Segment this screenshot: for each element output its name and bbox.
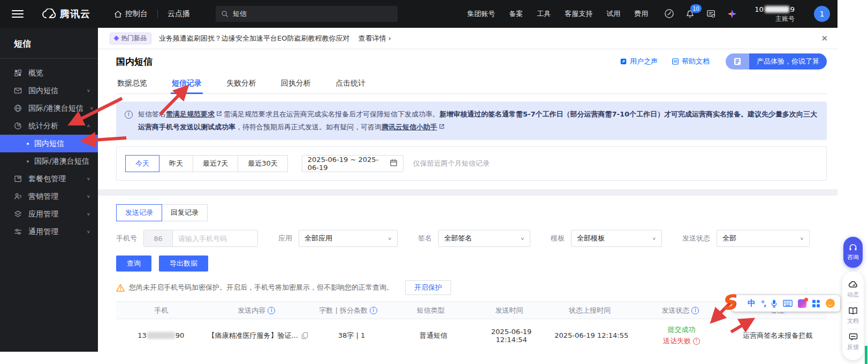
status-delivery-failed: 送达失败 ! [636, 336, 727, 346]
support-menu[interactable]: 客服支持 [565, 9, 592, 19]
info-icon[interactable]: i [691, 307, 699, 314]
sidebar-item-general-mgmt[interactable]: 通用管理 ∨ [0, 223, 98, 241]
tools-menu[interactable]: 工具 [537, 9, 551, 19]
signature-select[interactable]: 全部签名 ∨ [438, 230, 530, 247]
content-cell: 【痛康精准医疗服务】验证... [205, 331, 310, 340]
trial-menu[interactable]: 试用 [606, 9, 620, 19]
console-nav[interactable]: 控制台 [114, 9, 148, 19]
keyboard-icon[interactable] [783, 300, 793, 307]
sidebar-item-domestic-sms[interactable]: 国内短信 ∨ [0, 82, 98, 99]
date-7days-button[interactable]: 最近7天 [193, 155, 238, 172]
tab-failure-analysis[interactable]: 失败分析 [225, 74, 257, 94]
reply-records-tab[interactable]: 回复记录 [162, 204, 208, 221]
cloud-news-icon [848, 281, 858, 289]
user-voice-label: 用户之声 [630, 57, 658, 66]
feedback-tool[interactable]: 反馈 [847, 329, 859, 355]
icp-menu[interactable]: 备案 [509, 9, 523, 19]
sparkle-icon[interactable] [727, 9, 737, 19]
vod-nav[interactable]: 云点播 [167, 9, 190, 19]
consult-button[interactable]: 咨询 [843, 237, 863, 268]
spec-requirement-link[interactable]: 需满足规范要求 [166, 110, 215, 118]
group-account-menu[interactable]: 集团账号 [467, 9, 495, 19]
date-30days-button[interactable]: 最近30天 [238, 155, 288, 172]
head-links: 用户之声 帮助文档 产品体验，你说了算 [620, 53, 827, 69]
export-button[interactable]: 导出数据 [159, 255, 208, 272]
bell-icon[interactable]: 10 [685, 9, 695, 19]
date-yesterday-button[interactable]: 昨天 [159, 155, 193, 172]
help-doc-link[interactable]: 帮助文档 [672, 57, 710, 66]
docs-tool[interactable]: 文档 [847, 303, 859, 329]
country-code-prefix[interactable]: 86 [144, 230, 173, 246]
ime-emoji-icon[interactable] [826, 299, 835, 308]
sidebar-item-app-mgmt[interactable]: 应用管理 ∨ [0, 205, 98, 223]
phone-number-input[interactable] [173, 230, 257, 246]
doc-gear-icon[interactable] [706, 9, 716, 19]
user-voice-link[interactable]: 用户之声 [620, 57, 658, 66]
ime-toolbar[interactable]: S 中 °, [732, 295, 840, 312]
send-status-label: 发送状态 [682, 234, 710, 243]
sidebar-item-intl-sms[interactable]: 国际/港澳台短信 ∨ [0, 99, 98, 117]
ime-punctuation-icon[interactable]: °, [761, 299, 765, 308]
banner-detail-link[interactable]: 查看详情 › [358, 34, 391, 43]
tab-sms-records[interactable]: 短信记录 [171, 74, 203, 94]
avatar[interactable]: 1 [814, 6, 830, 22]
tencent-cloud-logo[interactable]: 腾讯云 [42, 7, 90, 20]
news-tool[interactable]: 动态 [847, 277, 859, 303]
template-select[interactable]: 全部模板 ∨ [571, 230, 662, 247]
status-submitted: 提交成功 [636, 325, 727, 335]
ime-skin-icon[interactable] [798, 299, 806, 308]
tab-receipt-analysis[interactable]: 回执分析 [280, 74, 312, 94]
globe-icon [14, 104, 22, 112]
sms-assistant-link[interactable]: 腾讯云短信小助手 [382, 123, 437, 131]
query-button[interactable]: 查询 [116, 255, 151, 272]
sidebar-item-overview[interactable]: 概览 [0, 64, 98, 82]
section-gap [98, 189, 837, 196]
sidebar-item-label: 营销管理 [28, 192, 58, 202]
sogou-logo-icon[interactable]: S [720, 290, 737, 314]
grid-apps-icon[interactable] [812, 299, 820, 308]
search-input[interactable]: 短信 [216, 6, 398, 22]
brand-name: 腾讯云 [60, 7, 90, 20]
app-select[interactable]: 全部应用 ∨ [299, 230, 398, 247]
sidebar-item-marketing-mgmt[interactable]: 营销管理 ∨ [0, 188, 98, 205]
info-icon[interactable]: i [370, 307, 377, 314]
sidebar-subitem-intl-sms[interactable]: 国际/港澳台短信 [0, 152, 98, 170]
billing-menu[interactable]: 费用 [634, 9, 648, 19]
edit-share-icon [620, 58, 627, 65]
floating-toolbar: 动态 文档 反馈 [842, 272, 864, 360]
home-icon [114, 10, 122, 18]
fail-info-icon[interactable]: ! [693, 338, 700, 345]
diamond-icon [114, 36, 119, 41]
send-status-select[interactable]: 全部 ∨ [717, 230, 810, 247]
date-range-input[interactable]: 2025-06-19 ~ 2025-06-19 [302, 155, 403, 172]
sidebar-subitem-domestic-sms-active[interactable]: 国内短信 [0, 135, 98, 152]
workorder-icon[interactable] [664, 9, 674, 19]
chevron-down-icon: ∨ [388, 236, 392, 241]
account-info[interactable]: 10 9 主账号 [755, 5, 795, 23]
copy-icon[interactable] [301, 332, 308, 339]
enable-protection-button[interactable]: 开启保护 [405, 280, 451, 295]
send-records-tab[interactable]: 发送记录 [116, 204, 162, 221]
hamburger-menu-icon[interactable] [12, 10, 24, 18]
redacted-phone-digits [147, 332, 175, 339]
green-corner-mark [865, 346, 867, 364]
alert-body-1: 需满足规范要求且在运营商完成实名报备后才可保障短信下发成功率。 [224, 110, 439, 118]
ime-language-mode[interactable]: 中 [748, 298, 756, 308]
close-icon[interactable]: ✕ [821, 34, 828, 43]
sidebar-item-package-mgmt[interactable]: 套餐包管理 ∨ [0, 170, 98, 188]
table-row: 13 90 【痛康精准医疗服务】验证... 38字 | 1 普通短信 2025-… [116, 319, 827, 352]
tab-data-overview[interactable]: 数据总览 [116, 74, 148, 94]
external-link-icon [439, 121, 445, 134]
mic-icon[interactable] [771, 299, 778, 308]
tab-click-stats[interactable]: 点击统计 [334, 74, 367, 94]
settings-icon [14, 228, 22, 236]
notification-badge: 10 [690, 4, 702, 13]
info-icon[interactable]: i [268, 307, 275, 314]
chevron-down-icon: ∨ [90, 106, 94, 111]
product-experience-button[interactable]: 产品体验，你说了算 [726, 53, 827, 69]
sidebar-item-statistics[interactable]: 统计分析 ∧ [0, 117, 98, 135]
date-today-button[interactable]: 今天 [125, 155, 159, 172]
type-cell: 普通短信 [393, 331, 474, 340]
sidebar-item-label: 国际/港澳台短信 [34, 157, 89, 166]
topbar: 腾讯云 控制台 云点播 短信 集团账号 备案 工具 客服支持 试用 费用 [0, 0, 837, 28]
